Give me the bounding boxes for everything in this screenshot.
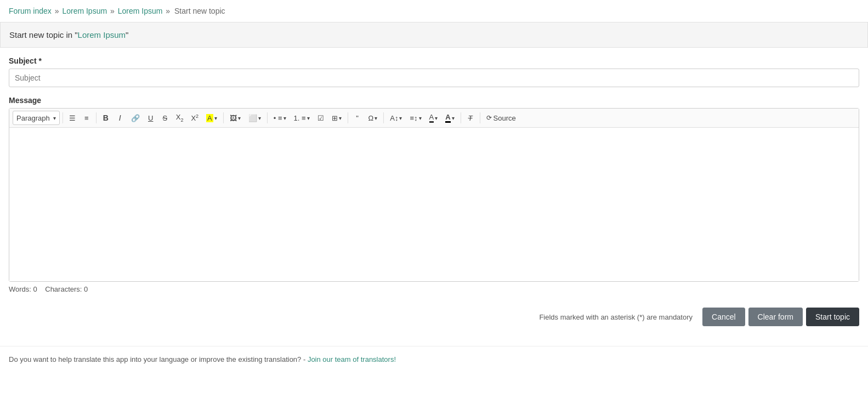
line-height-dropdown[interactable]: ≡↕ xyxy=(406,111,424,125)
breadcrumb-lorem2[interactable]: Lorem Ipsum xyxy=(118,7,163,15)
bullet-list-dropdown[interactable]: • ≡ xyxy=(270,111,290,125)
checklist-button[interactable]: ☑ xyxy=(314,111,327,125)
cancel-button[interactable]: Cancel xyxy=(702,308,745,326)
media-button[interactable]: ⬜ xyxy=(245,111,264,125)
breadcrumb-lorem1[interactable]: Lorem Ipsum xyxy=(62,7,107,15)
unordered-list-button[interactable]: ☰ xyxy=(66,111,79,125)
translate-text: Do you want to help translate this app i… xyxy=(9,355,305,363)
bold-button[interactable]: B xyxy=(99,111,112,125)
font-size-dropdown[interactable]: A↕ xyxy=(387,111,405,125)
message-editor[interactable] xyxy=(9,128,859,281)
subject-input[interactable] xyxy=(9,69,859,87)
numbered-list-dropdown[interactable]: 1. ≡ xyxy=(291,111,313,125)
superscript-button[interactable]: X2 xyxy=(188,111,202,125)
underline-button[interactable]: U xyxy=(144,111,157,125)
page-header-pre: Start new topic in " xyxy=(9,30,78,39)
page-header-forum-link[interactable]: Lorem Ipsum xyxy=(78,30,126,39)
page-header-post: " xyxy=(126,30,128,39)
image-button[interactable]: 🖼 xyxy=(226,111,244,125)
subscript-button[interactable]: X2 xyxy=(173,111,187,125)
special-chars-dropdown[interactable]: Ω xyxy=(365,111,381,125)
translate-link[interactable]: Join our team of translators! xyxy=(308,355,396,363)
translate-bar: Do you want to help translate this app i… xyxy=(0,346,868,372)
editor-toolbar: Paragraph ☰ ≡ B I xyxy=(9,109,859,128)
words-value: 0 xyxy=(33,285,37,293)
table-dropdown[interactable]: ⊞ xyxy=(328,111,345,125)
remove-format-button[interactable]: T xyxy=(464,111,477,125)
message-group: Message Paragraph ☰ ≡ xyxy=(9,96,859,297)
toolbar-sep-3 xyxy=(223,112,224,123)
font-color-dropdown[interactable]: A xyxy=(426,111,441,125)
toolbar-sep-5 xyxy=(348,112,348,123)
toolbar-sep-7 xyxy=(461,112,461,123)
bg-color-dropdown[interactable]: A xyxy=(442,111,457,125)
paragraph-dropdown[interactable]: Paragraph xyxy=(13,111,60,125)
toolbar-sep-4 xyxy=(267,112,268,123)
strikethrough-button[interactable]: S xyxy=(158,111,172,125)
highlight-button[interactable]: A xyxy=(203,111,220,125)
breadcrumb: Forum index » Lorem Ipsum » Lorem Ipsum … xyxy=(0,0,868,22)
source-button[interactable]: ⟳ Source xyxy=(483,111,519,125)
toolbar-sep-1 xyxy=(63,112,63,123)
message-label: Message xyxy=(9,96,859,105)
subject-label: Subject * xyxy=(9,56,859,65)
toolbar-sep-2 xyxy=(96,112,97,123)
start-topic-button[interactable]: Start topic xyxy=(806,308,859,326)
form-footer: Fields marked with an asterisk (*) are m… xyxy=(9,308,859,335)
breadcrumb-current: Start new topic xyxy=(174,7,225,15)
words-label: Words: xyxy=(9,285,31,293)
italic-button[interactable]: I xyxy=(114,111,127,125)
mandatory-note: Fields marked with an asterisk (*) are m… xyxy=(9,313,693,321)
editor-wrapper: Paragraph ☰ ≡ B I xyxy=(9,108,859,282)
page-header: Start new topic in "Lorem Ipsum" xyxy=(0,22,868,48)
clear-form-button[interactable]: Clear form xyxy=(748,308,803,326)
word-count: Words: 0 Characters: 0 xyxy=(9,282,859,297)
subject-group: Subject * xyxy=(9,56,859,87)
breadcrumb-forum-index[interactable]: Forum index xyxy=(9,7,52,15)
toolbar-sep-6 xyxy=(383,112,384,123)
quote-button[interactable]: " xyxy=(351,111,364,125)
link-button[interactable]: 🔗 xyxy=(128,111,143,125)
new-topic-form: Subject * Message Paragraph ☰ ≡ xyxy=(0,56,868,335)
ordered-list-button[interactable]: ≡ xyxy=(80,111,93,125)
toolbar-sep-8 xyxy=(480,112,480,123)
chars-value: 0 xyxy=(84,285,88,293)
chars-label: Characters: xyxy=(45,285,82,293)
